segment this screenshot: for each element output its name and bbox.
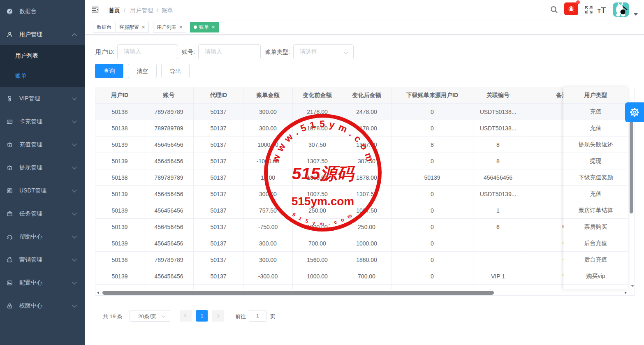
svg-text:T: T: [598, 8, 601, 14]
svg-text:T: T: [601, 6, 606, 14]
